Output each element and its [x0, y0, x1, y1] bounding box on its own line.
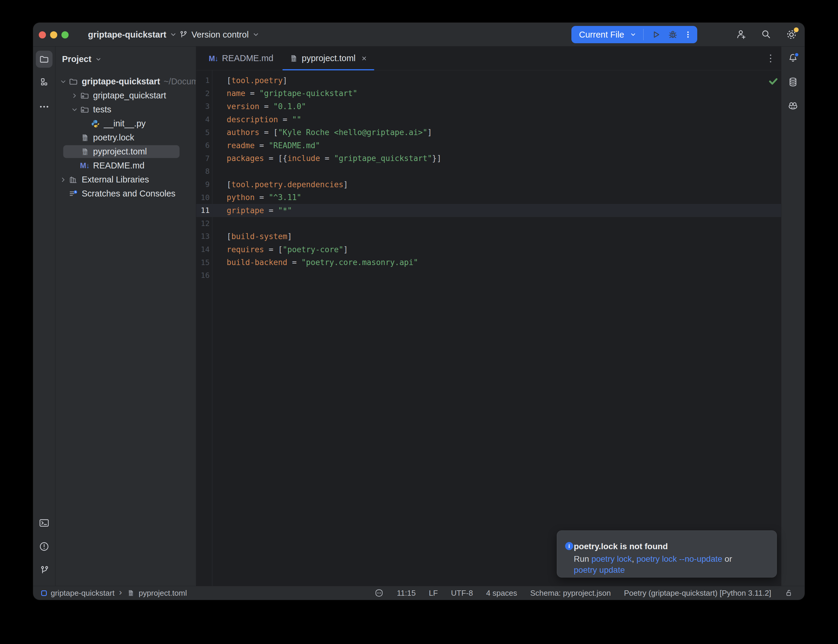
project-tree: griptape-quickstart~/Documegriptape_quic… — [56, 74, 196, 200]
structure-tool-window-button[interactable] — [39, 77, 49, 87]
link-poetry-lock-no-update[interactable]: poetry lock --no-update — [636, 554, 722, 564]
debug-button[interactable] — [667, 29, 678, 40]
breadcrumb-file[interactable]: pyproject.toml — [139, 588, 187, 598]
code-line[interactable]: 4description = "" — [196, 113, 781, 126]
status-schema[interactable]: Schema: pyproject.json — [530, 588, 611, 598]
tree-item-pyproject-toml[interactable]: [T]pyproject.toml — [56, 145, 196, 159]
status-line-separator[interactable]: LF — [429, 588, 438, 598]
code-line[interactable]: 13[build-system] — [196, 230, 781, 243]
notification-text: , — [632, 554, 637, 564]
copilot-status-icon[interactable] — [374, 588, 384, 598]
code-line[interactable]: 10python = "^3.11" — [196, 191, 781, 204]
tree-item-scratches-and-consoles[interactable]: Scratches and Consoles — [56, 187, 196, 200]
right-tool-stripe — [781, 46, 805, 586]
status-time[interactable]: 11:15 — [397, 588, 416, 598]
code-line[interactable]: 12 — [196, 217, 781, 230]
chevron-right-icon[interactable] — [58, 176, 69, 183]
markdown-icon: M↓ — [209, 53, 218, 63]
code-line[interactable]: 6readme = "README.md" — [196, 139, 781, 152]
chevron-right-icon[interactable] — [69, 92, 80, 99]
tree-item-griptape-quickstart[interactable]: griptape-quickstart~/Docume — [56, 74, 196, 89]
tab-pyproject-toml[interactable]: [T]pyproject.toml — [281, 46, 376, 70]
line-number: 14 — [196, 245, 210, 254]
breadcrumb-project[interactable]: griptape-quickstart — [51, 588, 115, 598]
status-encoding[interactable]: UTF-8 — [451, 588, 473, 598]
vcs-widget[interactable]: Version control — [179, 23, 259, 46]
code-line[interactable]: 14requires = ["poetry-core"] — [196, 243, 781, 256]
code-line[interactable]: 7packages = [{include = "griptape_quicks… — [196, 152, 781, 165]
tree-item-path-hint: ~/Docume — [164, 77, 196, 87]
tab-readme-md[interactable]: M↓README.md — [201, 46, 281, 70]
code-line[interactable]: 11griptape = "*" — [196, 204, 781, 217]
more-tool-windows-button[interactable] — [39, 102, 49, 112]
tree-item-poetry-lock[interactable]: [T]poetry.lock — [56, 131, 196, 145]
tree-item-external-libraries[interactable]: External Libraries — [56, 172, 196, 187]
settings-gear-icon[interactable] — [785, 29, 797, 41]
tree-item-label: poetry.lock — [93, 133, 134, 143]
vcs-label: Version control — [191, 30, 249, 39]
code-text: version = "0.1.0" — [227, 102, 306, 111]
project-tool-window-button[interactable] — [36, 51, 53, 68]
project-switcher[interactable]: griptape-quickstart — [88, 23, 177, 46]
code-with-me-add-user-icon[interactable] — [735, 29, 747, 40]
code-text: [tool.poetry] — [227, 76, 288, 85]
link-poetry-lock[interactable]: poetry lock — [592, 554, 632, 564]
notification-badge-dot — [794, 52, 799, 57]
line-number: 9 — [196, 180, 210, 189]
code-line[interactable]: 9[tool.poetry.dependencies] — [196, 178, 781, 191]
line-number: 16 — [196, 271, 210, 280]
problems-tool-window-button[interactable] — [39, 541, 49, 552]
git-branch-icon — [179, 30, 187, 39]
code-text: [tool.poetry.dependencies] — [227, 180, 348, 189]
tree-item-tests[interactable]: tests — [56, 103, 196, 117]
editor-tabbar: M↓README.md[T]pyproject.toml — [196, 46, 781, 71]
statusbar-breadcrumb: griptape-quickstart › [T] pyproject.toml — [41, 588, 187, 598]
link-poetry-update[interactable]: poetry update — [574, 565, 625, 575]
close-tab-icon[interactable] — [361, 55, 368, 62]
code-text: packages = [{include = "griptape_quickst… — [227, 154, 441, 163]
code-line[interactable]: 5authors = ["Kyle Roche <hello@griptape.… — [196, 126, 781, 139]
notifications-bell-button[interactable] — [788, 53, 799, 63]
code-line[interactable]: 2name = "griptape-quickstart" — [196, 87, 781, 100]
project-panel-header[interactable]: Project — [62, 54, 101, 64]
more-run-options-kebab-icon[interactable] — [684, 29, 692, 40]
run-configuration-widget[interactable]: Current File — [572, 26, 698, 43]
tree-item-griptape-quickstart[interactable]: griptape_quickstart — [56, 89, 196, 103]
info-icon: i — [565, 542, 573, 550]
code-line[interactable]: 8 — [196, 165, 781, 178]
status-interpreter[interactable]: Poetry (griptape-quickstart) [Python 3.1… — [624, 588, 771, 598]
code-line[interactable]: 3version = "0.1.0" — [196, 100, 781, 113]
tab-options-kebab-icon[interactable] — [769, 53, 772, 64]
divider — [643, 29, 644, 40]
code-editor[interactable]: 1[tool.poetry]2name = "griptape-quicksta… — [196, 71, 781, 586]
minimize-window-button[interactable] — [50, 31, 57, 38]
folder-icon — [39, 54, 49, 64]
code-line[interactable]: 1[tool.poetry] — [196, 74, 781, 87]
markdown-icon: M↓ — [80, 161, 89, 171]
line-number: 7 — [196, 154, 210, 163]
chevron-down-icon — [95, 56, 101, 62]
code-line[interactable]: 15build-backend = "poetry.core.masonry.a… — [196, 256, 781, 269]
code-text: requires = ["poetry-core"] — [227, 245, 348, 254]
tree-item-label: tests — [93, 105, 111, 115]
close-window-button[interactable] — [39, 31, 46, 38]
tree-item-init-py[interactable]: __init__.py — [56, 117, 196, 131]
tree-item-readme-md[interactable]: M↓README.md — [56, 159, 196, 172]
run-config-label[interactable]: Current File — [579, 30, 624, 39]
inspections-passed-check-icon[interactable] — [767, 75, 779, 87]
unlocked-icon[interactable] — [784, 588, 793, 598]
zoom-window-button[interactable] — [61, 31, 69, 38]
line-number: 1 — [196, 76, 210, 85]
terminal-tool-window-button[interactable] — [39, 518, 49, 528]
search-everywhere-icon[interactable] — [761, 29, 772, 40]
chevron-down-icon[interactable] — [58, 79, 69, 85]
code-line[interactable]: 16 — [196, 269, 781, 282]
chevron-down-icon[interactable] — [69, 107, 80, 113]
code-text: readme = "README.md" — [227, 141, 320, 150]
database-tool-window-button[interactable] — [788, 77, 799, 87]
status-indent[interactable]: 4 spaces — [486, 588, 517, 598]
run-button[interactable] — [651, 29, 661, 40]
tree-item-label: Scratches and Consoles — [82, 189, 175, 199]
ai-assistant-tool-window-button[interactable] — [788, 101, 799, 111]
git-tool-window-button[interactable] — [39, 565, 49, 575]
